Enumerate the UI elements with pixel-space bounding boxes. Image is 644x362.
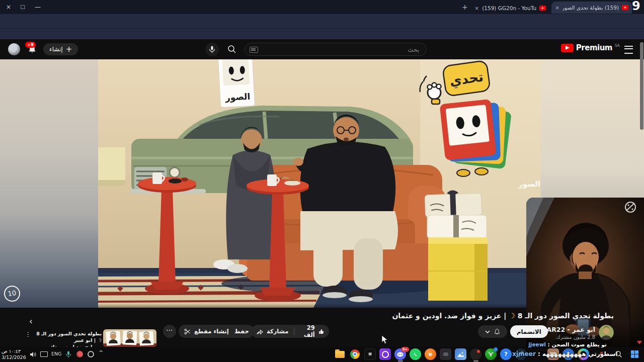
game-app-icon[interactable]: [440, 348, 451, 360]
chips-scroll-left-icon[interactable]: ‹: [29, 316, 33, 326]
chat-username: jjeewl: [528, 341, 546, 347]
challenge-sign: تحدي: [442, 60, 490, 97]
keyboard-icon[interactable]: [250, 47, 258, 53]
share-label: مشاركة: [267, 328, 288, 335]
tab-close-icon[interactable]: ×: [555, 5, 559, 11]
new-tab-button[interactable]: +: [462, 3, 468, 11]
chat-scroll-marker-icon: [637, 341, 642, 344]
video-frame: الصور تحدي: [98, 59, 541, 308]
create-button[interactable]: إنشاء +: [43, 43, 78, 55]
settings-tray-icon[interactable]: [88, 351, 94, 357]
browser-logo[interactable]: 9: [632, 0, 640, 13]
voice-search-button[interactable]: [205, 43, 219, 56]
video-title: بطولة تحدي الصور دور الـ 8 ☽ | عزيز و فو…: [392, 312, 614, 320]
photos-app-icon[interactable]: [455, 348, 466, 360]
chat-separator: :: [546, 341, 552, 347]
whatsapp-icon[interactable]: [410, 348, 421, 360]
more-actions-button[interactable]: ⋯: [163, 325, 176, 338]
save-label: حفظ: [234, 328, 249, 335]
video-title-text: | عزيز و فواز ضد. اودين و عثمان: [392, 312, 509, 320]
discord-running-indicator: [398, 360, 403, 361]
plus-icon: +: [66, 45, 72, 54]
video-player[interactable]: الصور تحدي: [98, 59, 541, 308]
facecam-overlay: [526, 198, 644, 347]
poster-left: الصور: [218, 59, 255, 108]
chat-text: اسطورتي ههههههههههه: [542, 350, 618, 357]
channel-avatar[interactable]: [599, 325, 614, 340]
capcut-icon[interactable]: ⌗: [364, 348, 376, 360]
like-button[interactable]: [318, 328, 324, 335]
svg-text:الصور: الصور: [224, 92, 250, 104]
taskbar-clock[interactable]: ١٠:٤٣ ص 3/12/2026: [2, 348, 26, 360]
chat-message: تو يطلع صوت الصحن : jjeewl: [512, 341, 623, 347]
youtube-favicon: [622, 5, 628, 10]
subscriber-count: 2.8 مليون مشترك: [556, 334, 595, 340]
account-avatar[interactable]: [8, 43, 20, 55]
gift-boxes: [425, 190, 487, 238]
join-button[interactable]: الانضمام: [510, 325, 548, 338]
tab-title: (159) GG20n - YouTube: [482, 5, 536, 11]
clip-label: إنشاء مقطع: [194, 328, 229, 335]
related-title-line1: بطولة تحدي الصور دور الـ 8 ☽ | ابو عبير: [32, 330, 102, 343]
svg-text:الصور: الصور: [518, 179, 540, 189]
browser-titlebar: × □ — + × (159) GG20n - YouTube × (159) …: [0, 0, 644, 14]
moon-emoji: ☽: [509, 312, 515, 320]
file-explorer-icon[interactable]: [334, 348, 346, 360]
xbox-icon[interactable]: [485, 348, 497, 360]
efootball-icon[interactable]: e: [425, 348, 436, 360]
scissors-icon: [184, 328, 191, 335]
create-label: إنشاء: [49, 46, 63, 53]
notification-preference-button[interactable]: [478, 325, 507, 338]
chat-text: تو يطلع صوت الصحن: [551, 341, 606, 347]
yellow-box: [428, 237, 488, 301]
youtube-favicon: [539, 6, 546, 11]
page-scrollbar[interactable]: [640, 42, 643, 130]
network-icon[interactable]: [40, 351, 48, 357]
ambient-glow-left: [0, 59, 98, 308]
search-button[interactable]: [227, 45, 236, 56]
window-maximize-button[interactable]: □: [18, 3, 27, 12]
tray-expand-chevron[interactable]: ^: [99, 349, 103, 356]
related-video-menu-icon[interactable]: ⋮: [25, 331, 31, 338]
share-button[interactable]: مشاركة: [251, 325, 293, 338]
chat-message: اسطورتي ههههههههههه : xjmeer: [507, 350, 623, 357]
crate: [98, 147, 125, 184]
clock-time: ١٠:٤٣ ص: [2, 348, 26, 354]
chat-username: xjmeer: [512, 350, 536, 357]
search-input[interactable]: [260, 44, 420, 56]
browser-toolbar: ⋮ U ≣ ✦ ⧉ ➤ ≋ ABP ☆ ⊡ youtube.com/watch?…: [0, 14, 644, 28]
window-close-button[interactable]: ×: [4, 3, 13, 12]
discord-badge: 9+: [401, 347, 409, 352]
share-icon: [256, 328, 264, 335]
tab-title: (159) بطولة تحدي الصور دور: [562, 5, 619, 11]
search-bar[interactable]: [245, 43, 427, 56]
bell-icon: [494, 328, 501, 335]
browser-tab-gg20n[interactable]: × (159) GG20n - YouTube: [471, 2, 549, 14]
chat-separator: :: [536, 350, 542, 357]
clip-button[interactable]: إنشاء مقطع: [179, 325, 234, 338]
recorder-app-icon[interactable]: [470, 348, 481, 360]
pill-divider: [294, 327, 294, 335]
notification-count-badge: +9: [25, 42, 36, 48]
mouse-cursor: [381, 335, 388, 347]
youtube-play-icon: [561, 44, 574, 52]
camera-app-icon[interactable]: [379, 348, 391, 360]
language-indicator[interactable]: ENG: [51, 351, 61, 356]
tab-close-icon[interactable]: ×: [474, 5, 479, 12]
windows-start-button[interactable]: [629, 348, 640, 360]
like-count: 29 ألف: [297, 324, 315, 338]
chrome-icon[interactable]: [349, 348, 361, 360]
browser-tab-active[interactable]: × (159) بطولة تحدي الصور دور: [551, 2, 632, 14]
related-video-thumbnail[interactable]: [103, 329, 156, 347]
window-minimize-button[interactable]: —: [33, 3, 42, 12]
guide-menu-icon[interactable]: [624, 46, 633, 54]
microphone-tray-icon[interactable]: [65, 350, 71, 360]
clock-date: 3/12/2026: [2, 354, 26, 360]
volume-mixer-tray-icon[interactable]: [76, 351, 83, 357]
youtube-premium-logo[interactable]: Premium SA: [561, 43, 620, 52]
video-title-text: بطولة تحدي الصور دور الـ 8: [515, 312, 614, 320]
speaker-icon[interactable]: [29, 350, 36, 360]
screen: × □ — + × (159) GG20n - YouTube × (159) …: [0, 0, 644, 362]
chevron-down-icon: [485, 330, 490, 333]
bookmarks-bar: كل الإشارات المرجعية « ⊞ بوابة التعلم ال…: [0, 28, 644, 39]
